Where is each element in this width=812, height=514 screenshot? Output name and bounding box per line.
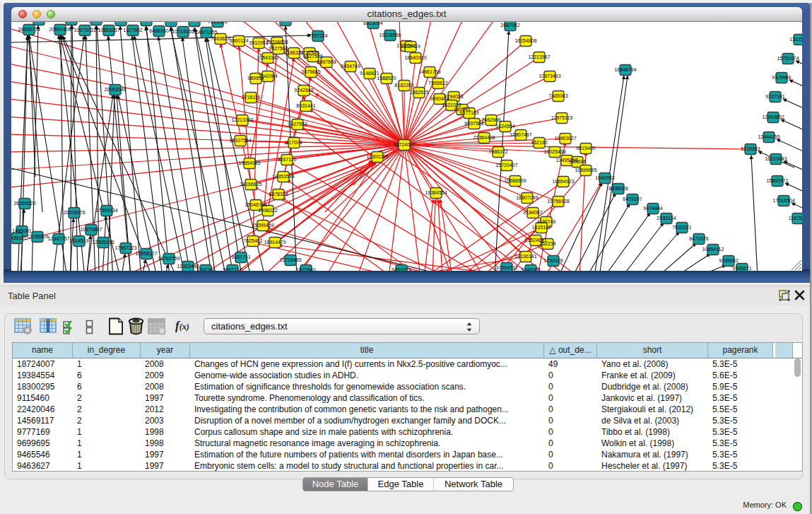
svg-text:8938928: 8938928 bbox=[608, 186, 628, 191]
svg-text:9377169: 9377169 bbox=[459, 110, 478, 115]
svg-text:1640953: 1640953 bbox=[595, 175, 614, 180]
svg-text:7632621: 7632621 bbox=[672, 225, 691, 230]
svg-text:20206576: 20206576 bbox=[63, 210, 85, 215]
svg-text:7485063: 7485063 bbox=[548, 93, 567, 98]
svg-text:20691406: 20691406 bbox=[49, 27, 71, 32]
svg-text:17957223: 17957223 bbox=[114, 245, 136, 250]
svg-text:7625402: 7625402 bbox=[243, 238, 262, 243]
svg-text:12975115: 12975115 bbox=[551, 115, 573, 120]
svg-text:26260520: 26260520 bbox=[13, 201, 35, 206]
svg-text:2718116: 2718116 bbox=[242, 95, 261, 100]
svg-text:19654923: 19654923 bbox=[552, 179, 574, 184]
svg-text:15716485: 15716485 bbox=[279, 257, 301, 262]
svg-text:18724007: 18724007 bbox=[393, 142, 415, 147]
svg-text:8182203: 8182203 bbox=[394, 83, 413, 88]
svg-text:989694: 989694 bbox=[569, 159, 585, 164]
svg-text:9327508: 9327508 bbox=[303, 54, 322, 59]
svg-text:12213302: 12213302 bbox=[231, 117, 253, 122]
svg-text:1939151: 1939151 bbox=[11, 235, 27, 240]
svg-text:10975867: 10975867 bbox=[80, 227, 102, 232]
svg-text:1327602: 1327602 bbox=[123, 28, 142, 33]
svg-text:1362615: 1362615 bbox=[409, 90, 428, 95]
svg-text:14353594: 14353594 bbox=[272, 174, 294, 179]
svg-text:19166825: 19166825 bbox=[240, 182, 261, 187]
svg-text:1292344: 1292344 bbox=[196, 267, 215, 271]
svg-text:20053346: 20053346 bbox=[104, 87, 126, 92]
svg-text:7515526: 7515526 bbox=[208, 22, 227, 24]
svg-text:9427552: 9427552 bbox=[288, 122, 307, 127]
svg-text:7663822: 7663822 bbox=[211, 36, 230, 41]
svg-text:1024554: 1024554 bbox=[495, 124, 514, 129]
svg-text:10973493: 10973493 bbox=[539, 74, 560, 78]
svg-text:9474444: 9474444 bbox=[643, 206, 662, 211]
svg-text:2967608: 2967608 bbox=[317, 59, 336, 64]
svg-text:12505135: 12505135 bbox=[92, 240, 114, 245]
svg-text:7955812: 7955812 bbox=[428, 81, 447, 86]
svg-text:24055724: 24055724 bbox=[18, 27, 40, 32]
svg-text:19218586: 19218586 bbox=[379, 33, 401, 37]
svg-text:12156809: 12156809 bbox=[26, 234, 48, 239]
svg-text:1498222: 1498222 bbox=[258, 208, 277, 213]
svg-text:1514519: 1514519 bbox=[69, 238, 88, 243]
svg-text:18300295: 18300295 bbox=[366, 154, 388, 159]
svg-text:10543342: 10543342 bbox=[257, 55, 278, 60]
svg-text:10553257: 10553257 bbox=[98, 28, 119, 33]
svg-text:14671355: 14671355 bbox=[195, 30, 217, 35]
svg-text:1588520: 1588520 bbox=[377, 76, 396, 81]
svg-text:10958127: 10958127 bbox=[135, 251, 157, 256]
svg-text:1615112: 1615112 bbox=[532, 225, 551, 230]
svg-text:9453321: 9453321 bbox=[392, 267, 411, 271]
svg-text:19756928: 19756928 bbox=[547, 199, 569, 204]
svg-text:18640910: 18640910 bbox=[404, 55, 426, 60]
svg-text:5215953: 5215953 bbox=[741, 146, 760, 151]
svg-text:12093852: 12093852 bbox=[762, 115, 784, 119]
svg-text:10973731: 10973731 bbox=[73, 28, 95, 33]
svg-text:15692971: 15692971 bbox=[766, 178, 788, 183]
svg-text:252234: 252234 bbox=[539, 241, 555, 246]
svg-text:8031441: 8031441 bbox=[296, 103, 315, 108]
svg-text:12213967: 12213967 bbox=[528, 54, 550, 59]
svg-text:16210643: 16210643 bbox=[765, 156, 787, 161]
svg-text:8267110: 8267110 bbox=[278, 157, 297, 162]
svg-text:1571640: 1571640 bbox=[296, 267, 315, 271]
svg-text:16782759: 16782759 bbox=[158, 256, 180, 261]
svg-text:8471676: 8471676 bbox=[689, 236, 708, 241]
svg-text:9184067: 9184067 bbox=[523, 210, 542, 215]
svg-text:8878334: 8878334 bbox=[269, 192, 288, 197]
svg-text:7986372: 7986372 bbox=[488, 149, 507, 154]
svg-text:8454749: 8454749 bbox=[341, 64, 360, 69]
svg-text:8813054: 8813054 bbox=[363, 22, 382, 25]
svg-text:3875685: 3875685 bbox=[301, 69, 320, 74]
svg-text:10719155: 10719155 bbox=[172, 29, 194, 34]
svg-text:18807249: 18807249 bbox=[516, 195, 538, 200]
svg-text:16648784: 16648784 bbox=[614, 67, 636, 72]
svg-text:7462666: 7462666 bbox=[481, 117, 500, 122]
svg-text:10688609: 10688609 bbox=[504, 178, 526, 183]
svg-text:9245652: 9245652 bbox=[719, 258, 738, 263]
svg-text:16033809: 16033809 bbox=[274, 22, 296, 23]
svg-text:10025438: 10025438 bbox=[543, 149, 565, 154]
svg-text:19463627: 19463627 bbox=[554, 136, 576, 141]
svg-text:989614: 989614 bbox=[247, 76, 264, 81]
svg-text:6479197: 6479197 bbox=[623, 197, 642, 201]
svg-text:16914479: 16914479 bbox=[264, 240, 286, 245]
svg-text:1312545: 1312545 bbox=[789, 37, 802, 42]
svg-text:17359934: 17359934 bbox=[95, 208, 117, 213]
svg-text:9657712: 9657712 bbox=[223, 267, 242, 271]
svg-text:15046748: 15046748 bbox=[245, 202, 266, 207]
svg-text:117004: 117004 bbox=[286, 140, 302, 145]
svg-text:9815400: 9815400 bbox=[576, 146, 595, 151]
svg-text:9794028: 9794028 bbox=[444, 94, 463, 99]
svg-text:14136141: 14136141 bbox=[514, 254, 536, 259]
svg-text:1315419: 1315419 bbox=[401, 44, 420, 49]
svg-text:2933134: 2933134 bbox=[657, 216, 676, 221]
svg-text:12342757: 12342757 bbox=[47, 236, 69, 241]
svg-text:9227341: 9227341 bbox=[765, 94, 784, 99]
svg-text:19654985: 19654985 bbox=[238, 160, 260, 165]
svg-text:21364436: 21364436 bbox=[473, 135, 495, 140]
svg-text:3660124: 3660124 bbox=[229, 38, 248, 43]
svg-text:10699695: 10699695 bbox=[575, 168, 596, 173]
svg-text:14961758: 14961758 bbox=[418, 69, 440, 74]
svg-text:23226058: 23226058 bbox=[266, 40, 288, 45]
svg-text:10807487: 10807487 bbox=[510, 132, 531, 137]
